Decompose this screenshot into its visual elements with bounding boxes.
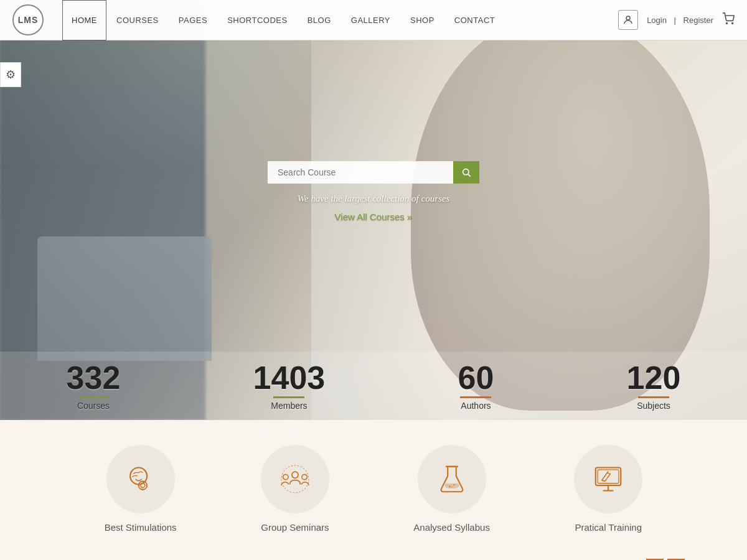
search-bar [268,161,479,184]
stat-authors-label: Authors [458,401,494,411]
feature-best-stimulations-icon-circle [106,445,175,513]
svg-point-13 [283,474,288,479]
stat-members-divider [273,396,304,398]
stat-authors-divider [460,396,491,398]
feature-practical-training-icon-circle [574,445,642,513]
auth-separator: | [674,16,676,25]
stat-authors-number: 60 [458,362,494,394]
svg-point-15 [281,465,309,493]
feature-practical-training-label: Pratical Training [575,522,642,533]
settings-panel[interactable]: ⚙ [0,62,21,87]
stat-subjects: 120 Subjects [627,362,681,411]
stat-courses-label: Courses [67,401,121,411]
nav-item-contact[interactable]: CONTACT [444,0,505,40]
feature-group-seminars[interactable]: Group Seminars [261,445,329,533]
nav-item-blog[interactable]: BLOG [298,0,341,40]
logo[interactable]: LMS [12,4,44,35]
svg-point-14 [302,474,307,479]
svg-line-24 [608,471,609,473]
nav-item-pages[interactable]: PAGES [169,0,217,40]
courses-header: COURSES ‹ › [62,558,685,560]
stat-subjects-number: 120 [627,362,681,394]
stat-authors: 60 Authors [458,362,494,411]
features-section: Best Stimulations Group Seminars [0,420,747,551]
nav-item-gallery[interactable]: GALLERY [341,0,400,40]
svg-line-4 [468,174,471,177]
hero-content: We have the largest collection of course… [218,161,529,222]
nav-item-home[interactable]: HOME [62,0,106,40]
nav-item-shop[interactable]: SHOP [400,0,444,40]
svg-point-19 [451,487,453,488]
logo-circle: LMS [12,4,44,35]
feature-best-stimulations[interactable]: Best Stimulations [105,445,177,533]
stat-members-label: Members [253,401,326,411]
svg-point-1 [726,22,728,24]
stat-members-number: 1403 [253,362,326,394]
search-button[interactable] [453,161,479,184]
courses-section-title: COURSES [62,558,147,560]
stat-members: 1403 Members [253,362,326,411]
svg-point-0 [626,16,630,20]
nav-auth: Login | Register [644,16,716,25]
monitor-pen-icon [591,462,625,496]
stat-courses-number: 332 [67,362,121,394]
stat-courses: 332 Courses [67,362,121,411]
view-all-courses-link[interactable]: View All Courses » [218,212,529,222]
feature-best-stimulations-label: Best Stimulations [105,522,177,533]
feature-analysed-syllabus-icon-circle [418,445,486,513]
navbar: LMS HOME COURSES PAGES SHORTCODES BLOG G… [0,0,747,40]
settings-icon: ⚙ [6,68,16,81]
nav-right: Login | Register [618,10,735,30]
svg-point-3 [463,169,469,174]
hero-subtitle: We have the largest collection of course… [218,194,529,204]
search-input[interactable] [268,161,453,184]
stat-courses-divider [78,396,109,398]
user-icon[interactable] [618,10,638,30]
register-link[interactable]: Register [684,16,713,25]
nav-item-courses[interactable]: COURSES [106,0,169,40]
people-circle-icon [278,462,312,496]
feature-group-seminars-icon-circle [261,445,329,513]
brain-gear-icon [124,462,157,496]
nav-item-shortcodes[interactable]: SHORTCODES [217,0,298,40]
login-link[interactable]: Login [647,16,667,25]
feature-analysed-syllabus[interactable]: Analysed Syllabus [413,445,490,533]
feature-practical-training[interactable]: Pratical Training [574,445,642,533]
feature-analysed-syllabus-label: Analysed Syllabus [413,522,490,533]
svg-point-18 [453,484,455,486]
svg-point-12 [292,472,298,478]
svg-point-2 [732,22,733,24]
svg-point-17 [449,485,451,487]
feature-group-seminars-label: Group Seminars [261,522,329,533]
stat-subjects-divider [638,396,669,398]
nav-links: HOME COURSES PAGES SHORTCODES BLOG GALLE… [62,0,618,40]
courses-section: COURSES ‹ › [0,551,747,560]
flask-icon [435,462,469,496]
stats-bar: 332 Courses 1403 Members 60 Authors 120 … [0,352,747,420]
hero-section: We have the largest collection of course… [0,0,747,420]
cart-icon[interactable] [722,12,735,28]
stat-subjects-label: Subjects [627,401,681,411]
